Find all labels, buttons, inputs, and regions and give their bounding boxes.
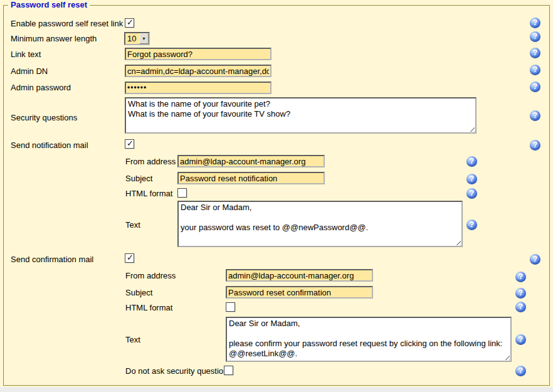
help-icon[interactable]: ? <box>530 82 540 92</box>
security-questions-textarea[interactable]: What is the name of your favourite pet? … <box>125 97 477 134</box>
confirmation-html-format-checkbox[interactable] <box>226 302 235 312</box>
do-not-ask-security-question-label: Do not ask security question <box>125 366 228 376</box>
dropdown-arrow-icon[interactable]: ▼ <box>139 33 149 44</box>
admin-dn-input[interactable] <box>125 65 271 77</box>
enable-self-reset-checkbox[interactable]: ✓ <box>125 18 134 28</box>
security-questions-label: Security questions <box>11 113 77 122</box>
notification-html-format-label: HTML format <box>125 189 172 198</box>
do-not-ask-security-question-checkbox[interactable] <box>224 366 233 375</box>
confirmation-from-address-input[interactable] <box>226 269 373 282</box>
notification-from-address-label: From address <box>125 157 176 166</box>
help-icon[interactable]: ? <box>466 156 477 167</box>
page-background-strip <box>0 387 553 392</box>
help-icon[interactable]: ? <box>530 31 540 42</box>
checkmark-icon: ✓ <box>127 18 134 27</box>
help-icon[interactable]: ? <box>466 188 477 199</box>
confirmation-text-label: Text <box>125 335 140 344</box>
send-confirmation-mail-label: Send confirmation mail <box>11 255 93 264</box>
help-icon[interactable]: ? <box>530 110 540 121</box>
notification-subject-input[interactable] <box>177 172 325 184</box>
admin-password-label: Admin password <box>11 83 71 92</box>
notification-text-textarea[interactable]: Dear Sir or Madam, your password was res… <box>177 201 463 247</box>
notification-text-label: Text <box>125 220 140 230</box>
min-answer-length-label: Minimum answer length <box>11 34 97 43</box>
select-value: 10 <box>125 33 139 44</box>
confirmation-html-format-label: HTML format <box>125 303 172 312</box>
notification-html-format-checkbox[interactable] <box>177 188 187 198</box>
checkmark-icon: ✓ <box>127 139 134 148</box>
password-self-reset-panel: Password self reset Enable password self… <box>0 0 553 392</box>
confirmation-text-textarea-wrap: Dear Sir or Madam, please confirm your p… <box>226 317 512 362</box>
notification-text-textarea-wrap: Dear Sir or Madam, your password was res… <box>177 201 463 247</box>
help-icon[interactable]: ? <box>515 334 526 345</box>
help-icon[interactable]: ? <box>515 272 526 282</box>
admin-password-input[interactable] <box>125 82 271 94</box>
confirmation-subject-input[interactable] <box>226 286 373 299</box>
help-icon[interactable]: ? <box>530 140 540 151</box>
checkmark-icon: ✓ <box>127 253 134 262</box>
notification-subject-label: Subject <box>125 174 152 183</box>
help-icon[interactable]: ? <box>530 18 540 28</box>
send-notification-mail-label: Send notification mail <box>11 140 88 150</box>
confirmation-from-address-label: From address <box>125 271 176 280</box>
help-icon[interactable]: ? <box>515 288 526 299</box>
link-text-label: Link text <box>11 50 41 59</box>
confirmation-subject-label: Subject <box>125 288 152 297</box>
enable-self-reset-label: Enable password self reset link <box>11 19 123 28</box>
help-icon[interactable]: ? <box>515 302 526 312</box>
help-icon[interactable]: ? <box>530 65 540 75</box>
help-icon[interactable]: ? <box>515 366 526 376</box>
confirmation-text-textarea[interactable]: Dear Sir or Madam, please confirm your p… <box>226 317 512 362</box>
help-icon[interactable]: ? <box>530 254 540 265</box>
send-confirmation-mail-checkbox[interactable]: ✓ <box>125 253 134 263</box>
link-text-input[interactable] <box>125 48 271 60</box>
help-icon[interactable]: ? <box>466 174 477 184</box>
security-questions-textarea-wrap: What is the name of your favourite pet? … <box>125 97 477 134</box>
min-answer-length-select[interactable]: 10 ▼ <box>124 32 150 45</box>
help-icon[interactable]: ? <box>530 48 540 58</box>
admin-dn-label: Admin DN <box>11 66 48 76</box>
notification-from-address-input[interactable] <box>177 155 325 167</box>
fieldset-legend: Password self reset <box>8 1 90 9</box>
help-icon[interactable]: ? <box>466 220 477 230</box>
send-notification-mail-checkbox[interactable]: ✓ <box>125 139 134 149</box>
